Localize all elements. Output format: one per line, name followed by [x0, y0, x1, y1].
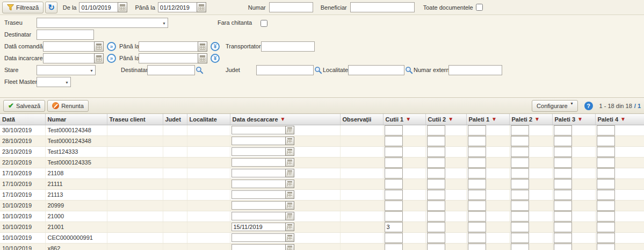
paleti1-input[interactable] [468, 244, 486, 250]
table-row[interactable]: 10/10/2019 20999 [0, 200, 644, 211]
column-header[interactable]: Paleti 2▼ [509, 114, 552, 125]
cutii1-input[interactable] [385, 190, 403, 200]
paleti4-input[interactable] [597, 201, 615, 211]
paleti3-input[interactable] [554, 136, 572, 146]
paleti4-input[interactable] [597, 244, 615, 250]
cutii2-input[interactable] [427, 244, 445, 250]
paleti3-input[interactable] [554, 244, 572, 250]
cutii2-input[interactable] [427, 179, 445, 189]
calendar-icon[interactable] [285, 169, 294, 177]
paleti4-input[interactable] [597, 190, 615, 200]
paleti1-input[interactable] [468, 168, 486, 178]
data-descarcare-input[interactable] [231, 180, 285, 188]
data-descarcare-input[interactable] [231, 147, 285, 156]
traseu-select[interactable] [37, 18, 168, 28]
paleti3-input[interactable] [554, 179, 572, 189]
paleti1-input[interactable] [468, 179, 486, 189]
column-header[interactable]: Data descarcare▼ [230, 114, 340, 125]
search-icon[interactable] [196, 66, 204, 74]
column-header[interactable]: Paleti 1▼ [466, 114, 509, 125]
cutii1-input[interactable] [385, 201, 403, 211]
paleti2-input[interactable] [511, 244, 529, 250]
paleti3-input[interactable] [554, 168, 572, 178]
calendar-icon[interactable] [285, 190, 294, 199]
judet-input[interactable] [256, 65, 314, 75]
paleti2-input[interactable] [511, 190, 529, 200]
column-header[interactable]: Observații [340, 114, 383, 125]
copy-date-forward-button[interactable]: » [107, 54, 116, 63]
paleti2-input[interactable] [511, 179, 529, 189]
calendar-icon[interactable] [285, 233, 294, 242]
paleti1-input[interactable] [468, 211, 486, 222]
paleti4-input[interactable] [597, 147, 615, 157]
numar-extern-input[interactable] [448, 65, 502, 75]
cutii1-input[interactable] [385, 158, 403, 168]
column-header[interactable]: Cutii 1▼ [383, 114, 425, 125]
column-header[interactable]: Cutii 2▼ [425, 114, 466, 125]
paleti4-input[interactable] [597, 168, 615, 178]
configure-button[interactable]: Configurare ▾ [532, 100, 578, 112]
transportator-input[interactable] [261, 41, 315, 52]
calendar-icon[interactable] [198, 53, 207, 63]
paleti3-input[interactable] [554, 147, 572, 157]
paleti1-input[interactable] [468, 136, 486, 146]
toate-documentele-checkbox[interactable] [476, 4, 483, 11]
paleti4-input[interactable] [597, 158, 615, 168]
fara-chitanta-checkbox[interactable] [261, 20, 267, 27]
paleti4-input[interactable] [597, 125, 615, 135]
pana-la-input[interactable] [158, 2, 197, 12]
paleti4-input[interactable] [597, 222, 615, 232]
calendar-icon[interactable] [285, 158, 294, 167]
date-range-button[interactable]: ¥ [211, 42, 220, 51]
data-comanda-input[interactable] [43, 41, 94, 52]
cutii1-input[interactable] [385, 233, 403, 243]
column-header[interactable]: Judet [163, 114, 187, 125]
paleti4-input[interactable] [597, 233, 615, 243]
cutii2-input[interactable] [427, 233, 445, 243]
calendar-icon[interactable] [285, 180, 294, 188]
help-icon[interactable]: ? [584, 102, 593, 110]
column-header[interactable]: Localitate [187, 114, 230, 125]
data-descarcare-input[interactable] [231, 126, 285, 134]
calendar-icon[interactable] [285, 147, 294, 156]
paleti2-input[interactable] [511, 168, 529, 178]
paleti4-input[interactable] [597, 211, 615, 222]
table-row[interactable]: 10/10/2019 x862 [0, 243, 644, 250]
column-header[interactable]: Traseu client [107, 114, 163, 125]
calendar-icon[interactable] [198, 41, 207, 52]
paleti4-input[interactable] [597, 136, 615, 146]
paleti1-input[interactable] [468, 147, 486, 157]
destinatar-lookup-input[interactable] [147, 65, 195, 75]
cutii2-input[interactable] [427, 168, 445, 178]
calendar-icon[interactable] [285, 126, 294, 134]
destinatar-input[interactable] [37, 30, 94, 40]
calendar-icon[interactable] [285, 137, 294, 145]
paleti1-input[interactable] [468, 158, 486, 168]
paleti3-input[interactable] [554, 201, 572, 211]
calendar-icon[interactable] [285, 223, 294, 231]
data-descarcare-input[interactable] [231, 137, 285, 145]
cutii2-input[interactable] [427, 125, 445, 135]
paleti2-input[interactable] [511, 158, 529, 168]
paleti2-input[interactable] [511, 233, 529, 243]
column-header[interactable]: Paleti 3▼ [552, 114, 595, 125]
cutii1-input[interactable] [385, 244, 403, 250]
paleti1-input[interactable] [468, 233, 486, 243]
paleti1-input[interactable] [468, 125, 486, 135]
table-row[interactable]: 30/10/2019 Test0000124348 [0, 125, 644, 135]
cutii1-input[interactable] [385, 211, 403, 222]
column-header[interactable]: Dată [0, 114, 45, 125]
cutii1-input[interactable] [385, 125, 403, 135]
data-incarcare-input[interactable] [43, 53, 94, 63]
cutii2-input[interactable] [427, 158, 445, 168]
data-incarcare-pana-la-input[interactable] [139, 53, 198, 63]
paleti3-input[interactable] [554, 233, 572, 243]
copy-date-forward-button[interactable]: » [107, 42, 116, 51]
paleti4-input[interactable] [597, 179, 615, 189]
paleti2-input[interactable] [511, 136, 529, 146]
table-row[interactable]: 28/10/2019 Test0000124348 [0, 135, 644, 146]
cutii2-input[interactable] [427, 211, 445, 222]
calendar-icon[interactable] [94, 53, 104, 63]
cutii2-input[interactable] [427, 136, 445, 146]
calendar-icon[interactable] [285, 201, 294, 210]
